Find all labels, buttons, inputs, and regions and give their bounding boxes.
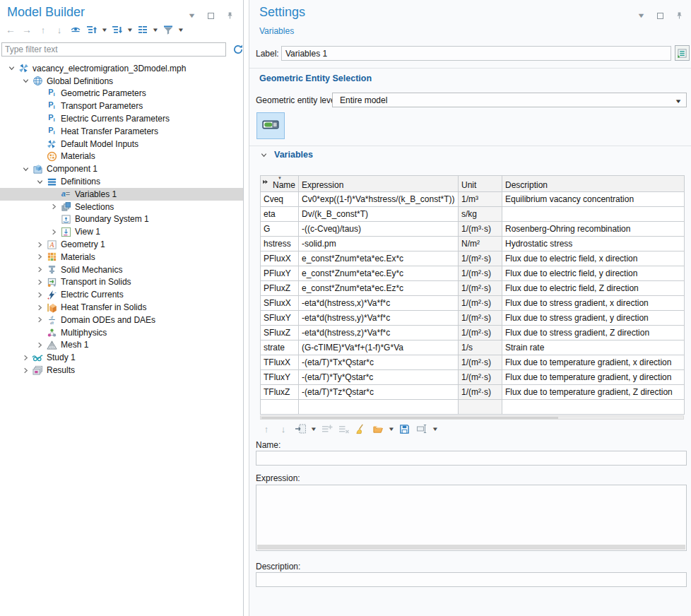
filter-icon[interactable] [162,23,175,36]
geometric-entity-level-select[interactable]: Entire model ▼ [332,93,687,107]
unit-cell[interactable]: 1/s [459,340,502,355]
dropdown-caret-icon[interactable]: ▼ [310,426,317,432]
name-cell[interactable]: TFluxY [261,370,299,385]
chevron-down-icon[interactable] [34,177,46,186]
chevron-right-icon[interactable] [48,227,60,236]
dropdown-caret-icon[interactable]: ▼ [101,27,108,33]
description-cell[interactable]: Equilibrium vacancy concentration [502,192,685,207]
expression-cell[interactable]: -eta*d(hstress,z)*Va*f*c [299,326,459,340]
move-up-icon[interactable]: ↑ [260,422,273,435]
chevron-down-icon[interactable] [6,64,18,73]
name-cell[interactable]: Cveq [261,192,299,207]
description-cell[interactable]: Flux due to electric field, x direction [502,251,685,266]
description-cell[interactable]: Flux due to stress gradient, y direction [502,311,685,326]
chevron-right-icon[interactable] [34,253,46,261]
description-cell[interactable]: Flux due to stress gradient, x direction [502,296,685,311]
chevron-right-icon[interactable] [20,366,32,374]
tree-item-component-1[interactable]: Component 1 [0,162,243,175]
description-cell[interactable]: Hydrostatic stress [502,237,685,251]
expression-cell[interactable]: -eta*d(hstress,y)*Va*f*c [299,311,459,326]
tree-item-vacancy-electromigration-3dmodel-mph[interactable]: vacancy_electromigration_3Dmodel.mph [0,62,243,75]
unit-cell[interactable]: 1/(m³·s) [459,222,502,237]
expression-cell[interactable]: -(eta/T)*Tx*Qstar*c [299,355,459,370]
column-header-expression[interactable]: Expression [299,176,459,192]
move-down-icon[interactable]: ↓ [277,422,290,435]
expression-textarea[interactable] [256,485,687,551]
forward-icon[interactable]: → [20,23,33,36]
tree-item-solid-mechanics[interactable]: Solid Mechanics [0,263,243,276]
description-cell[interactable]: Flux due to temperature gradient, x dire… [502,355,685,370]
settings-subtitle-link[interactable]: Variables [259,26,294,36]
name-cell[interactable]: SFluxX [261,296,299,311]
chevron-right-icon[interactable] [34,303,46,312]
expression-cell[interactable]: -(eta/T)*Ty*Qstar*c [299,370,459,385]
load-file-icon[interactable] [372,422,384,435]
name-cell[interactable]: PFluxZ [261,281,299,296]
expand-all-icon[interactable] [85,23,98,36]
column-header-description[interactable]: Description [502,176,685,192]
tree-item-global-definitions[interactable]: Global Definitions [0,75,243,88]
expression-scrollbar[interactable] [257,545,685,550]
tree-item-electric-currents-parameters[interactable]: PiElectric Currents Parameters [0,112,243,125]
chevron-right-icon[interactable] [34,340,46,349]
pin-icon[interactable] [223,9,236,22]
dropdown-caret-icon[interactable]: ▼ [432,426,439,432]
tree-item-transport-parameters[interactable]: PiTransport Parameters [0,100,243,112]
float-icon[interactable] [654,9,666,22]
tree-item-transport-in-solids[interactable]: Transport in Solids [0,276,243,289]
name-input[interactable] [256,451,687,466]
move-up-icon[interactable]: ↑ [37,23,49,36]
description-cell[interactable]: Flux due to electric field, Z direction [502,281,685,296]
unit-cell[interactable]: s/kg [459,207,502,222]
unit-cell[interactable]: 1/(m²·s) [459,311,502,326]
expression-cell[interactable]: -solid.pm [299,237,459,251]
name-cell[interactable]: SFluxY [261,311,299,326]
move-down-icon[interactable]: ↓ [53,23,66,36]
chevron-right-icon[interactable] [34,278,46,286]
edit-field-icon[interactable] [415,422,428,435]
show-icon[interactable] [69,23,82,36]
tree-item-default-model-inputs[interactable]: Default Model Inputs [0,138,243,150]
dropdown-caret-icon[interactable]: ▼ [152,27,159,33]
tree-item-heat-transfer-in-solids[interactable]: Heat Transfer in Solids [0,301,243,314]
name-cell[interactable]: hstress [261,237,299,251]
name-cell[interactable]: PFluxY [261,266,299,281]
column-header-unit[interactable]: Unit [459,176,502,192]
tree-item-definitions[interactable]: Definitions [0,175,243,188]
tree-item-view-1[interactable]: View 1 [0,225,243,238]
tree-item-materials[interactable]: Materials [0,251,243,263]
unit-cell[interactable]: 1/(m²·s) [459,370,502,385]
chevron-down-icon[interactable] [20,77,32,85]
tree-item-heat-transfer-parameters[interactable]: PiHeat Transfer Parameters [0,125,243,138]
pin-icon[interactable] [673,9,685,22]
unit-cell[interactable]: 1/(m²·s) [459,281,502,296]
tree-item-geometry-1[interactable]: AGeometry 1 [0,238,243,251]
tree-display-icon[interactable] [136,23,149,36]
description-cell[interactable]: Flux due to temperature gradient, Z dire… [502,385,685,400]
name-cell[interactable]: G [261,222,299,237]
name-cell[interactable]: TFluxZ [261,385,299,400]
add-row-icon[interactable] [321,422,333,435]
chevron-right-icon[interactable] [34,240,46,249]
tree-item-results[interactable]: Results [0,364,243,377]
tree-item-geometric-parameters[interactable]: PiGeometric Parameters [0,88,243,100]
unit-cell[interactable]: 1/m³ [459,192,502,207]
unit-cell[interactable]: 1/(m²·s) [459,355,502,370]
clear-table-icon[interactable] [355,422,367,435]
table-horizontal-scrollbar[interactable] [260,415,684,420]
expression-cell[interactable]: -eta*d(hstress,x)*Va*f*c [299,296,459,311]
dropdown-caret-icon[interactable]: ▼ [177,27,184,33]
filter-input[interactable] [1,42,226,57]
unit-cell[interactable] [459,400,502,415]
expression-cell[interactable]: (G-cTIME)*Va*f+(1-f)*G*Va [299,340,459,355]
dropdown-caret-icon[interactable]: ▼ [126,27,134,33]
name-cell[interactable]: eta [261,207,299,222]
unit-cell[interactable]: 1/(m²·s) [459,251,502,266]
chevron-down-icon[interactable] [20,165,32,173]
float-icon[interactable] [204,9,217,22]
save-file-icon[interactable] [398,422,411,435]
collapse-all-icon[interactable] [111,23,124,36]
description-cell[interactable] [502,400,685,415]
refresh-icon[interactable] [232,43,244,55]
name-cell[interactable]: PFluxX [261,251,299,266]
